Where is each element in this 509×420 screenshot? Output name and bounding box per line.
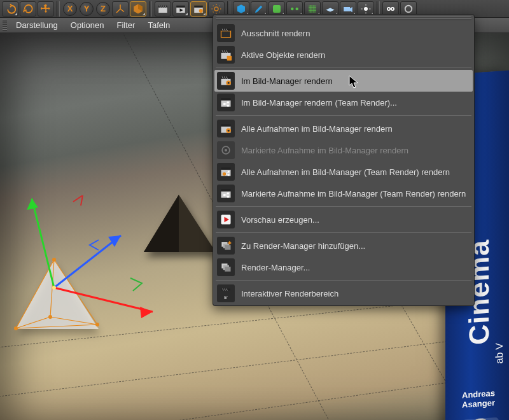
menu-make-preview[interactable]: Vorschau erzeugen... bbox=[214, 209, 473, 230]
svg-rect-36 bbox=[221, 31, 231, 38]
svg-rect-3 bbox=[176, 5, 185, 7]
redo-icon bbox=[22, 3, 34, 15]
irr-icon: irr bbox=[217, 284, 235, 302]
menu-separator bbox=[216, 280, 471, 281]
menu-render-marked-take-team[interactable]: Markierte Aufnahme im Bild-Manager (Team… bbox=[214, 183, 473, 204]
svg-point-11 bbox=[296, 7, 299, 10]
svg-point-18 bbox=[405, 5, 412, 12]
clapper-share-icon bbox=[217, 94, 235, 111]
svg-rect-57 bbox=[221, 167, 231, 169]
play-icon bbox=[217, 211, 235, 228]
menubar-grip[interactable] bbox=[3, 20, 7, 31]
clapper-share-icon bbox=[217, 185, 235, 202]
clapper-share-gear-icon bbox=[217, 163, 235, 181]
menu-render-all-takes[interactable]: Alle Aufnahmen im Bild-Manager rendern bbox=[214, 118, 473, 139]
gear-icon bbox=[211, 3, 222, 15]
svg-rect-6 bbox=[194, 5, 203, 7]
axis-y-button[interactable]: Y bbox=[80, 2, 94, 16]
axis-z-button[interactable]: Z bbox=[96, 2, 110, 16]
scene-dark-pyramid bbox=[144, 195, 216, 252]
clapper-active-icon bbox=[217, 46, 235, 64]
toolbar-separator bbox=[149, 1, 152, 17]
queue-icon bbox=[217, 258, 235, 276]
svg-point-55 bbox=[225, 149, 227, 151]
menu-tafeln[interactable]: Tafeln bbox=[141, 18, 176, 33]
menu-add-to-render-queue[interactable]: Zu Render-Manager hinzufügen... bbox=[214, 235, 473, 256]
svg-rect-9 bbox=[273, 5, 281, 13]
svg-point-10 bbox=[291, 7, 294, 10]
render-to-pv-button[interactable] bbox=[190, 1, 207, 17]
menu-separator bbox=[216, 206, 471, 207]
menu-separator bbox=[216, 115, 471, 116]
menu-label: Interaktiver Renderbereich bbox=[241, 289, 473, 298]
menu-optionen[interactable]: Optionen bbox=[64, 18, 111, 33]
menu-render-all-takes-team[interactable]: Alle Aufnahmen im Bild-Manager (Team Ren… bbox=[214, 161, 473, 183]
menu-label: Markierte Aufnahme im Bild-Manager rende… bbox=[241, 146, 473, 155]
svg-point-13 bbox=[364, 7, 368, 11]
svg-rect-70 bbox=[225, 245, 230, 250]
eye-icon bbox=[385, 3, 396, 15]
move-icon bbox=[40, 3, 52, 15]
menu-render-marked-take: Markierte Aufnahme im Bild-Manager rende… bbox=[214, 139, 473, 161]
svg-point-64 bbox=[223, 194, 225, 196]
scene-selected-pyramid[interactable] bbox=[16, 259, 99, 329]
menu-label: Im Bild-Manager rendern (Team Render)... bbox=[241, 98, 473, 108]
redo-button[interactable] bbox=[20, 1, 36, 17]
move-tool-button[interactable] bbox=[38, 1, 54, 17]
render-region-button[interactable] bbox=[172, 1, 189, 17]
queue-add-icon bbox=[217, 237, 235, 255]
coord-system-button[interactable] bbox=[112, 1, 129, 17]
clapper-gear-icon bbox=[217, 120, 235, 137]
irr-label: irr bbox=[224, 295, 228, 300]
menu-darstellung[interactable]: Darstellung bbox=[10, 18, 64, 33]
ring-icon bbox=[403, 3, 414, 15]
svg-point-49 bbox=[227, 104, 229, 106]
svg-rect-62 bbox=[221, 189, 231, 191]
svg-point-53 bbox=[228, 130, 230, 132]
render-dropdown[interactable]: Ausschnitt rendern Aktive Objekte render… bbox=[213, 14, 475, 306]
menu-label: Vorschau erzeugen... bbox=[241, 215, 473, 225]
book-subtitle: ab V bbox=[494, 342, 505, 364]
menu-label: Render-Manager... bbox=[241, 263, 473, 272]
clapper-gear-icon bbox=[217, 72, 235, 90]
render-view-button[interactable] bbox=[155, 1, 171, 17]
menu-label: Aktive Objekte rendern bbox=[241, 50, 473, 60]
menu-label: Im Bild-Manager rendern bbox=[241, 76, 473, 86]
clapper-gear-disabled-icon bbox=[217, 141, 235, 159]
svg-point-47 bbox=[227, 101, 229, 103]
menu-render-picture-viewer[interactable]: Im Bild-Manager rendern bbox=[214, 70, 473, 92]
menu-label: Zu Render-Manager hinzufügen... bbox=[241, 241, 473, 251]
svg-point-44 bbox=[228, 82, 230, 84]
menu-separator bbox=[216, 232, 471, 233]
menu-render-active[interactable]: Aktive Objekte rendern bbox=[214, 44, 473, 66]
svg-point-48 bbox=[223, 103, 225, 105]
menu-render-queue[interactable]: Render-Manager... bbox=[214, 256, 473, 278]
menu-label: Markierte Aufnahme im Bild-Manager (Team… bbox=[241, 189, 473, 199]
menu-label: Ausschnitt rendern bbox=[241, 29, 473, 38]
svg-point-58 bbox=[223, 172, 226, 176]
menu-interactive-render-region[interactable]: irr Interaktiver Renderbereich bbox=[214, 283, 473, 304]
dropdown-grip[interactable] bbox=[216, 17, 471, 20]
svg-rect-0 bbox=[158, 7, 167, 12]
menu-filter[interactable]: Filter bbox=[111, 18, 142, 33]
cube-tool-button[interactable] bbox=[130, 1, 146, 17]
dvd-badge: Inklusiv DVD bbox=[462, 417, 499, 420]
svg-point-63 bbox=[227, 192, 229, 194]
menu-separator bbox=[216, 67, 471, 68]
undo-button[interactable] bbox=[2, 1, 18, 17]
svg-point-8 bbox=[214, 7, 218, 11]
clapper-icon bbox=[157, 3, 169, 15]
svg-rect-40 bbox=[227, 56, 232, 61]
svg-rect-46 bbox=[221, 98, 231, 100]
menu-render-pv-team[interactable]: Im Bild-Manager rendern (Team Render)... bbox=[214, 92, 473, 113]
svg-point-7 bbox=[199, 9, 203, 13]
clapper-region-icon bbox=[217, 24, 235, 42]
menu-label: Alle Aufnahmen im Bild-Manager (Team Ren… bbox=[241, 167, 473, 177]
svg-point-16 bbox=[388, 8, 389, 9]
menu-label: Alle Aufnahmen im Bild-Manager rendern bbox=[241, 124, 473, 134]
axis-x-button[interactable]: X bbox=[63, 2, 77, 16]
book-author: Andreas Asanger bbox=[462, 388, 506, 410]
svg-point-17 bbox=[392, 8, 393, 9]
menu-render-region[interactable]: Ausschnitt rendern bbox=[214, 22, 473, 44]
svg-point-65 bbox=[227, 195, 229, 197]
